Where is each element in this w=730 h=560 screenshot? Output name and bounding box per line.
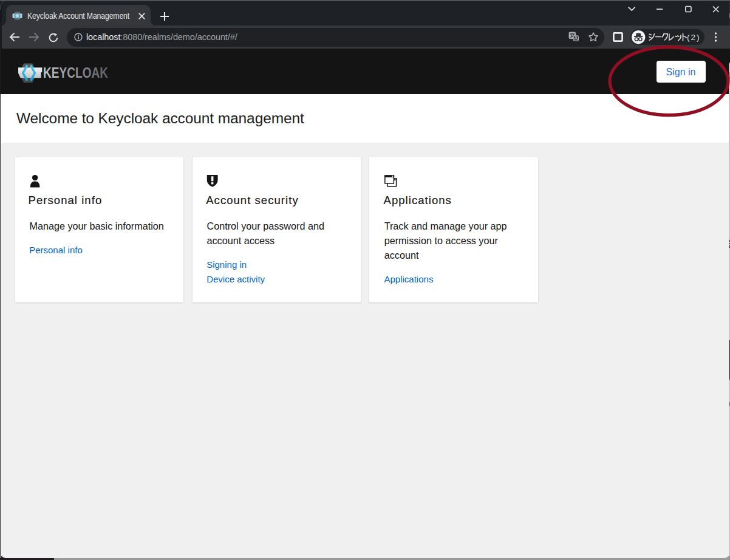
svg-text:KEYCLOAK: KEYCLOAK bbox=[43, 65, 108, 81]
